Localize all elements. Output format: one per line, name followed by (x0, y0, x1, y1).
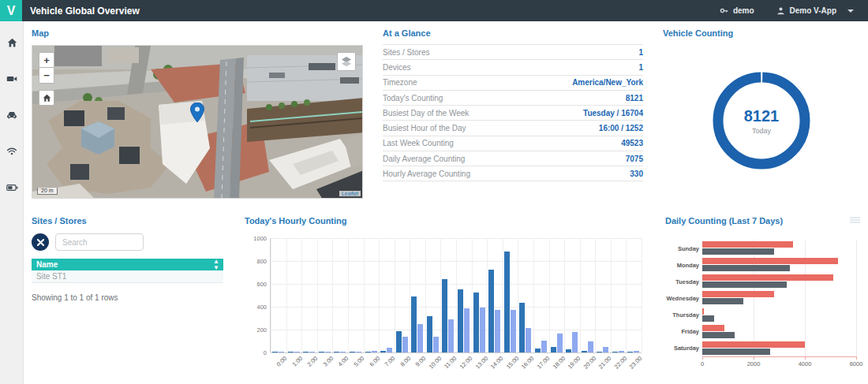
bar-light-blue[interactable] (402, 337, 408, 352)
bar-group[interactable] (303, 352, 315, 353)
bar-dark-blue[interactable] (380, 351, 386, 352)
bar-light-blue[interactable] (356, 352, 361, 353)
bar-group[interactable] (365, 351, 377, 352)
bar-dark-blue[interactable] (627, 352, 633, 353)
bar-red[interactable] (702, 258, 838, 264)
bar-group[interactable] (582, 341, 593, 353)
bar-light-blue[interactable] (294, 352, 300, 353)
sites-table-header-name[interactable]: Name ▲▼ (32, 259, 223, 270)
sidebar-item-cameras[interactable] (0, 67, 24, 91)
bar-gray[interactable] (702, 265, 790, 271)
bar-gray[interactable] (702, 349, 770, 355)
bar-red[interactable] (702, 274, 833, 281)
daily-bar-chart[interactable]: 0200040006000SundayMondayTuesdayWednesda… (702, 240, 856, 356)
bar-light-blue[interactable] (340, 352, 346, 353)
sidebar-item-vehicles[interactable] (0, 103, 24, 127)
bar-dark-blue[interactable] (519, 303, 525, 352)
bar-group[interactable] (458, 289, 470, 352)
bar-light-blue[interactable] (448, 319, 454, 352)
user-menu[interactable]: Demo V-App (776, 6, 854, 15)
sidebar-item-home[interactable] (0, 31, 24, 54)
bar-light-blue[interactable] (372, 351, 377, 352)
bar-light-blue[interactable] (634, 351, 639, 352)
bar-light-blue[interactable] (541, 341, 547, 352)
bar-dark-blue[interactable] (411, 296, 417, 352)
bar-red[interactable] (702, 308, 704, 315)
bar-group[interactable] (566, 332, 578, 352)
layers-button[interactable] (337, 52, 356, 71)
bar-gray[interactable] (702, 281, 787, 288)
app-logo[interactable]: V (0, 0, 22, 21)
bar-group[interactable] (519, 303, 531, 352)
map-canvas[interactable]: + − 20 m Leaflet (32, 45, 363, 199)
zoom-out-button[interactable]: − (39, 68, 54, 84)
bar-dark-blue[interactable] (288, 352, 294, 353)
bar-gray[interactable] (702, 248, 774, 255)
bar-light-blue[interactable] (433, 337, 439, 352)
search-input[interactable] (55, 233, 144, 251)
table-row[interactable]: Site ST1 (32, 270, 223, 283)
bar-group[interactable] (702, 241, 856, 255)
bar-light-blue[interactable] (619, 351, 624, 352)
bar-group[interactable] (535, 341, 547, 352)
bar-dark-blue[interactable] (551, 347, 556, 352)
bar-group[interactable] (350, 352, 361, 353)
map-attribution[interactable]: Leaflet (339, 191, 361, 196)
bar-group[interactable] (334, 352, 346, 353)
bar-dark-blue[interactable] (488, 270, 494, 352)
bar-dark-blue[interactable] (319, 352, 324, 353)
bar-light-blue[interactable] (464, 308, 470, 352)
bar-group[interactable] (702, 325, 856, 339)
home-extent-button[interactable] (39, 90, 54, 106)
bar-group[interactable] (380, 348, 392, 352)
bar-dark-blue[interactable] (365, 352, 371, 353)
bar-dark-blue[interactable] (612, 352, 618, 353)
bar-dark-blue[interactable] (566, 349, 571, 352)
bar-group[interactable] (612, 351, 624, 352)
bar-red[interactable] (702, 341, 805, 348)
bar-group[interactable] (597, 347, 608, 352)
bar-light-blue[interactable] (279, 352, 284, 353)
bar-red[interactable] (702, 291, 774, 297)
bar-dark-blue[interactable] (334, 352, 339, 353)
bar-light-blue[interactable] (588, 341, 593, 353)
bar-group[interactable] (702, 274, 856, 289)
bar-dark-blue[interactable] (597, 352, 602, 353)
bar-light-blue[interactable] (603, 347, 608, 352)
bar-red[interactable] (702, 325, 724, 331)
bar-group[interactable] (272, 352, 284, 353)
bar-dark-blue[interactable] (458, 289, 463, 352)
clear-search-button[interactable] (32, 233, 49, 251)
bar-gray[interactable] (702, 298, 743, 304)
bar-light-blue[interactable] (387, 348, 392, 352)
vehicle-counting-donut[interactable]: 8121 Today (712, 71, 811, 170)
sidebar-item-battery[interactable] (0, 176, 24, 199)
bar-group[interactable] (288, 352, 300, 353)
bar-group[interactable] (702, 341, 856, 356)
bar-group[interactable] (396, 331, 408, 352)
bar-group[interactable] (319, 352, 331, 353)
bar-group[interactable] (504, 252, 516, 352)
bar-group[interactable] (427, 316, 439, 352)
chart-toolbox-icon[interactable] (850, 216, 860, 224)
bar-group[interactable] (488, 270, 500, 352)
bar-dark-blue[interactable] (473, 293, 479, 352)
map-marker-icon[interactable] (190, 103, 204, 123)
bar-red[interactable] (702, 241, 793, 248)
bar-light-blue[interactable] (309, 352, 315, 353)
bar-group[interactable] (627, 351, 639, 352)
hourly-bar-chart[interactable]: 020040060080010000:001:002:003:004:005:0… (270, 238, 641, 352)
bar-group[interactable] (473, 293, 485, 352)
bar-light-blue[interactable] (572, 332, 578, 352)
bar-dark-blue[interactable] (350, 352, 355, 353)
bar-light-blue[interactable] (417, 324, 423, 352)
bar-group[interactable] (702, 308, 856, 322)
bar-dark-blue[interactable] (535, 349, 541, 352)
bar-light-blue[interactable] (480, 308, 485, 352)
bar-dark-blue[interactable] (396, 331, 402, 352)
api-key-menu[interactable]: demo (720, 6, 754, 15)
bar-dark-blue[interactable] (504, 252, 510, 352)
bar-group[interactable] (702, 258, 856, 272)
bar-group[interactable] (702, 291, 856, 305)
bar-light-blue[interactable] (526, 328, 531, 352)
